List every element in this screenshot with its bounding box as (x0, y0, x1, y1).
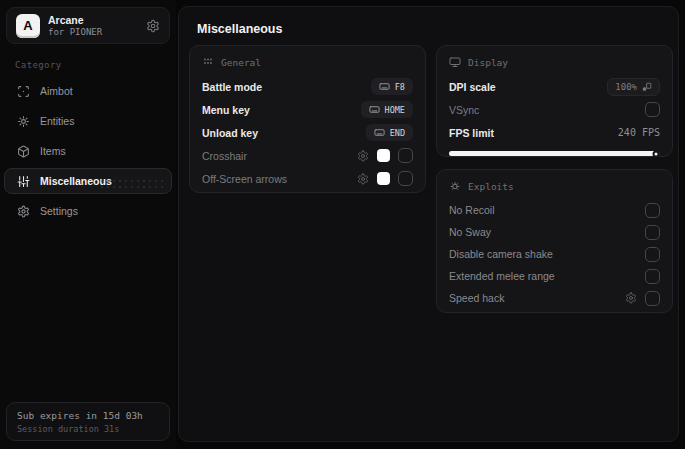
card-title-text: Exploits (468, 181, 514, 192)
extended-melee-range-checkbox[interactable] (645, 269, 660, 284)
gear-icon[interactable] (357, 173, 369, 185)
package-icon (17, 145, 30, 158)
row-label: Off-Screen arrows (202, 173, 287, 185)
row-label: No Recoil (449, 204, 495, 216)
category-label: Category (0, 44, 176, 78)
row-label: Speed hack (449, 292, 504, 304)
sidebar-item-items[interactable]: Items (4, 138, 172, 164)
disable-camera-shake-checkbox[interactable] (645, 247, 660, 262)
exploits-card-title: Exploits (449, 180, 660, 192)
no-recoil-row: No Recoil (449, 199, 660, 221)
sidebar-nav: Aimbot Entities Items Miscellaneous (0, 78, 176, 224)
vsync-row: VSync (449, 98, 660, 121)
row-label: Disable camera shake (449, 248, 553, 260)
battle-mode-row: Battle mode F8 (202, 75, 413, 98)
dots-texture (99, 178, 165, 190)
keybind-value: F8 (395, 82, 405, 92)
dpi-scale-select[interactable]: 100% (607, 78, 660, 96)
row-controls (357, 171, 413, 186)
app-name: Arcane (48, 14, 102, 27)
fps-limit-slider[interactable] (449, 151, 660, 156)
row-label: VSync (449, 104, 479, 116)
scale-icon (642, 82, 652, 92)
slider-handle[interactable] (652, 150, 659, 157)
settings-gear-icon[interactable] (146, 19, 160, 33)
page-title: Miscellaneous (197, 22, 678, 36)
sidebar-item-aimbot[interactable]: Aimbot (4, 78, 172, 104)
row-controls (625, 291, 660, 306)
battle-mode-keybind[interactable]: F8 (371, 78, 413, 95)
extended-melee-range-row: Extended melee range (449, 265, 660, 287)
row-controls (357, 148, 413, 163)
general-card: General Battle mode F8 Menu key HOME Unl… (189, 45, 426, 193)
gear-icon[interactable] (625, 292, 637, 304)
no-recoil-checkbox[interactable] (645, 203, 660, 218)
crosshair-checkbox[interactable] (398, 148, 413, 163)
fps-limit-row: FPS limit 240 FPS (449, 121, 660, 144)
no-sway-checkbox[interactable] (645, 225, 660, 240)
offscreen-arrows-color-swatch[interactable] (377, 172, 390, 185)
grid-dots-icon (202, 56, 214, 68)
gear-icon[interactable] (357, 150, 369, 162)
unload-key-keybind[interactable]: END (366, 124, 413, 141)
speed-hack-row: Speed hack (449, 287, 660, 309)
app-header: A Arcane for PIONER (6, 7, 170, 44)
sidebar-item-entities[interactable]: Entities (4, 108, 172, 134)
main-panel: Miscellaneous General Battle mode F8 Men… (178, 6, 679, 442)
crosshair-scan-icon (17, 85, 30, 98)
disable-camera-shake-row: Disable camera shake (449, 243, 660, 265)
sidebar-item-settings[interactable]: Settings (4, 198, 172, 224)
app-logo: A (16, 14, 40, 38)
bug-icon (449, 180, 461, 192)
sidebar: A Arcane for PIONER Category Aimbot Enti… (0, 0, 176, 449)
sidebar-item-label: Aimbot (40, 85, 73, 97)
display-card: Display DPI scale 100% VSync FPS limit 2… (436, 45, 673, 157)
row-label: DPI scale (449, 81, 496, 93)
speed-hack-checkbox[interactable] (645, 291, 660, 306)
general-card-title: General (202, 56, 413, 68)
display-card-title: Display (449, 56, 660, 68)
sliders-icon (17, 175, 30, 188)
app-title-block: Arcane for PIONER (48, 14, 102, 37)
sub-expires-text: Sub expires in 15d 03h (17, 410, 159, 421)
row-label: Extended melee range (449, 270, 555, 282)
row-label: Unload key (202, 127, 258, 139)
row-label: No Sway (449, 226, 491, 238)
keybind-value: END (390, 128, 405, 138)
row-label: Menu key (202, 104, 250, 116)
offscreen-arrows-checkbox[interactable] (398, 171, 413, 186)
menu-key-keybind[interactable]: HOME (361, 101, 413, 118)
no-sway-row: No Sway (449, 221, 660, 243)
exploits-card: Exploits No Recoil No Sway Disable camer… (436, 169, 673, 313)
crosshair-row: Crosshair (202, 144, 413, 167)
slider-fill (449, 151, 656, 156)
monitor-icon (449, 56, 461, 68)
unload-key-row: Unload key END (202, 121, 413, 144)
session-duration-text: Session duration 31s (17, 424, 159, 434)
keybind-value: HOME (385, 105, 405, 115)
app-subtitle: for PIONER (48, 27, 102, 37)
keyboard-icon (379, 81, 390, 92)
sidebar-item-label: Items (40, 145, 66, 157)
keyboard-icon (374, 127, 385, 138)
dpi-scale-value: 100% (615, 82, 637, 92)
row-label: FPS limit (449, 127, 494, 139)
keyboard-icon (369, 104, 380, 115)
sidebar-item-label: Settings (40, 205, 78, 217)
row-label: Battle mode (202, 81, 262, 93)
offscreen-arrows-row: Off-Screen arrows (202, 167, 413, 190)
sidebar-item-label: Entities (40, 115, 74, 127)
subscription-info: Sub expires in 15d 03h Session duration … (6, 402, 170, 441)
menu-key-row: Menu key HOME (202, 98, 413, 121)
dpi-scale-row: DPI scale 100% (449, 75, 660, 98)
entities-icon (17, 115, 30, 128)
gear-icon (17, 205, 30, 218)
row-label: Crosshair (202, 150, 247, 162)
card-title-text: Display (468, 57, 508, 68)
vsync-checkbox[interactable] (645, 102, 660, 117)
crosshair-color-swatch[interactable] (377, 149, 390, 162)
card-title-text: General (221, 57, 261, 68)
sidebar-item-miscellaneous[interactable]: Miscellaneous (4, 168, 172, 194)
fps-limit-value: 240 FPS (618, 127, 660, 138)
